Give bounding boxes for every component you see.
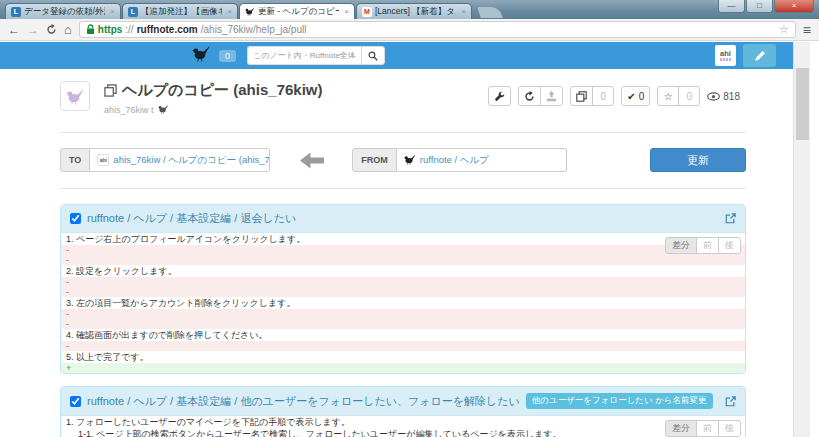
diff-row-del: -: [61, 309, 745, 319]
note-toolbar: 0 ✔0 ☆ 0 818: [488, 86, 740, 106]
diff-view-button[interactable]: 差分: [665, 237, 697, 254]
diff-row-del: -: [61, 245, 745, 255]
tab-close-icon[interactable]: ×: [225, 7, 232, 16]
diff-row-text: 2. 設定をクリックします。: [61, 265, 745, 277]
diff-view-switch: 差分前後: [665, 237, 741, 254]
panel-heading: ruffnote / ヘルプ / 基本設定編 / 他のユーザーをフォローしたい、…: [61, 387, 745, 415]
open-page-button[interactable]: [725, 396, 736, 407]
site-search: [247, 46, 385, 65]
ruffnote-bird-icon: [404, 154, 416, 167]
diff-view-button[interactable]: 後: [718, 420, 741, 437]
url-field[interactable]: https://ruffnote.com/ahis_76kiw/help_ja/…: [79, 21, 796, 38]
tab-title: 【追加発注】【画像キャ: [141, 6, 222, 18]
refresh-button[interactable]: [518, 86, 541, 106]
forked-from-bird-icon: [158, 104, 169, 116]
reload-icon[interactable]: [46, 24, 57, 35]
panel-title-link[interactable]: ruffnote / ヘルプ / 基本設定編 / 退会したい: [87, 211, 296, 226]
bookmark-star-icon[interactable]: ☆: [779, 23, 789, 36]
tab-title: データ登録の依頼/外注な: [24, 6, 105, 18]
note-header: ヘルプのコピー (ahis_76kiw) ahis_76kiw t: [60, 81, 746, 116]
from-label: FROM: [352, 148, 397, 172]
main-content: ヘルプのコピー (ahis_76kiw) ahis_76kiw t: [60, 81, 746, 437]
close-button[interactable]: ×: [774, 0, 814, 13]
copy-group: 0: [570, 86, 614, 106]
from-source[interactable]: ruffnote / ヘルプ: [397, 148, 567, 172]
star-count[interactable]: 0: [678, 86, 700, 106]
diff-view-button[interactable]: 前: [696, 237, 719, 254]
url-scheme: https: [98, 24, 122, 35]
site-navbar: 0 ahi: [0, 42, 793, 69]
copy-count[interactable]: 0: [592, 86, 614, 106]
diff-row-del: -: [61, 341, 745, 351]
note-owner[interactable]: ahis_76kiw t: [104, 104, 323, 116]
diff-view-button[interactable]: 後: [718, 237, 741, 254]
browser-tab[interactable]: 更新 - ヘルプのコピー (a×: [239, 3, 355, 19]
wrench-icon: [494, 91, 505, 102]
tab-title: 更新 - ヘルプのコピー (a: [258, 6, 339, 18]
scrollbar-thumb[interactable]: [796, 68, 809, 140]
search-input[interactable]: [247, 46, 361, 65]
to-target[interactable]: ahi ahis_76kiw / ヘルプのコピー (ahis_76kiw): [90, 148, 270, 172]
window-controls: — □ ×: [718, 0, 814, 13]
panel-title-link[interactable]: ruffnote / ヘルプ / 基本設定編 / 他のユーザーをフォローしたい、…: [87, 394, 520, 409]
note-avatar[interactable]: [60, 81, 90, 111]
view-counter: 818: [707, 91, 740, 102]
tab-strip: Lデータ登録の依頼/外注な×L【追加発注】【画像キャ×更新 - ヘルプのコピー …: [5, 3, 473, 19]
check-icon: ✔: [627, 91, 635, 102]
divider: [60, 188, 746, 189]
pencil-icon: [754, 50, 766, 62]
panel-checkbox[interactable]: [70, 396, 81, 407]
browser-tab[interactable]: M[Lancers] 【新着】タス×: [356, 3, 472, 19]
update-button[interactable]: 更新: [650, 148, 746, 172]
tab-close-icon[interactable]: ×: [459, 7, 466, 16]
minimize-button[interactable]: —: [718, 0, 745, 13]
browser-window: Lデータ登録の依頼/外注な×L【追加発注】【画像キャ×更新 - ヘルプのコピー …: [0, 0, 819, 437]
from-group: FROM ruffnote / ヘルプ: [352, 148, 567, 172]
page-scrollbar[interactable]: [793, 42, 810, 437]
approve-button[interactable]: ✔0: [621, 86, 650, 106]
open-page-button[interactable]: [725, 213, 736, 224]
diff-view-button[interactable]: 差分: [665, 420, 697, 437]
browser-titlebar: Lデータ登録の依頼/外注な×L【追加発注】【画像キャ×更新 - ヘルプのコピー …: [0, 0, 819, 19]
star-button[interactable]: ☆: [657, 86, 679, 106]
browser-tab[interactable]: L【追加発注】【画像キャ×: [122, 3, 238, 19]
lock-icon: [86, 24, 95, 35]
diff-row-text: 4. 確認画面が出ますので削除を押してください。: [61, 329, 745, 341]
diff-panel: ruffnote / ヘルプ / 基本設定編 / 他のユーザーをフォローしたい、…: [60, 386, 746, 437]
maximize-button[interactable]: □: [746, 0, 773, 13]
diff-row-del: -: [61, 287, 745, 297]
refresh-icon: [524, 91, 535, 102]
star-icon: ☆: [664, 91, 673, 102]
search-button[interactable]: [361, 46, 385, 65]
browser-tab[interactable]: Lデータ登録の依頼/外注な×: [5, 3, 121, 19]
divider: [60, 132, 746, 133]
ruffnote-logo-bird-icon[interactable]: [192, 45, 211, 66]
panel-body: 1. ページ右上のプロフィールアイコンをクリックします。--2. 設定をクリック…: [61, 232, 745, 373]
lancers-favicon: L: [11, 7, 21, 17]
diff-row-text: 3. 左の項目一覧からアカウント削除をクリックします。: [61, 297, 745, 309]
diff-row-text: 1-1. ページ上部の検索ボタンからユーザー名で検索し、フォローしたいユーザーが…: [61, 428, 745, 437]
back-icon[interactable]: ←: [8, 24, 20, 36]
upload-button[interactable]: [540, 86, 563, 106]
settings-wrench-button[interactable]: [488, 86, 511, 106]
panel-heading: ruffnote / ヘルプ / 基本設定編 / 退会したい: [61, 205, 745, 232]
diff-view-switch: 差分前後: [665, 420, 741, 437]
chrome-menu-icon[interactable]: ≡: [803, 23, 811, 37]
gmail-favicon: M: [362, 7, 372, 17]
new-note-button[interactable]: [743, 44, 776, 67]
diff-row-del: -: [61, 277, 745, 287]
copy-note-button[interactable]: [570, 86, 593, 106]
panel-checkbox[interactable]: [70, 213, 81, 224]
tab-close-icon[interactable]: ×: [342, 7, 349, 16]
new-tab-button[interactable]: [477, 7, 503, 18]
navbar-right: ahi: [715, 44, 776, 67]
lancers-favicon: L: [128, 7, 138, 17]
tab-close-icon[interactable]: ×: [108, 7, 115, 16]
page: 0 ahi ヘルプのコピー (ahis_76ki: [0, 42, 819, 437]
notification-badge[interactable]: 0: [219, 50, 236, 62]
user-avatar[interactable]: ahi: [715, 45, 736, 66]
forward-icon[interactable]: →: [27, 24, 39, 36]
url-path: /ahis_76kiw/help_ja/pull: [201, 24, 307, 35]
home-icon[interactable]: ⌂: [64, 23, 72, 36]
diff-view-button[interactable]: 前: [696, 420, 719, 437]
